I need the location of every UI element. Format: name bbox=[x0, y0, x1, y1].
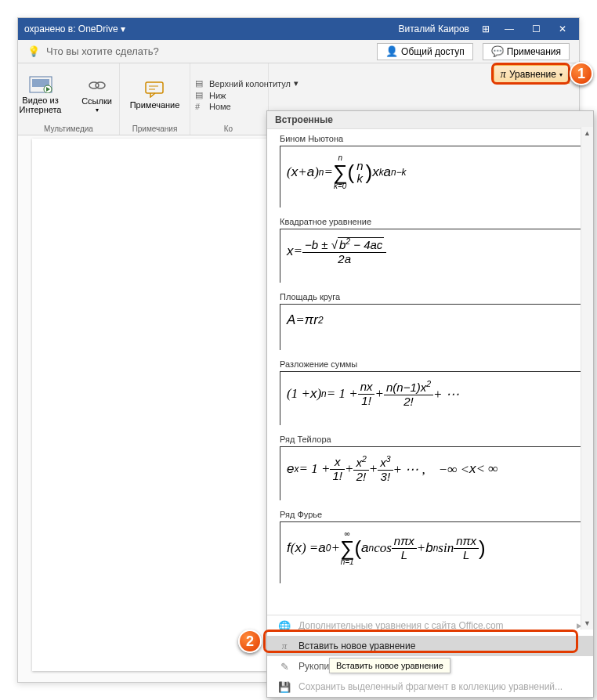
minimize-button[interactable]: — bbox=[496, 18, 523, 40]
equation-item-binomial[interactable]: Бином Ньютона (x + a)n = n∑k=0 (nk) xkan… bbox=[280, 134, 585, 207]
share-button[interactable]: 👤 Общий доступ bbox=[377, 43, 473, 60]
video-icon bbox=[28, 75, 53, 94]
scroll-down-icon[interactable]: ▼ bbox=[581, 617, 593, 630]
equation-item-quadratic[interactable]: Квадратное уравнение x = −b ± √b2 − 4ac2… bbox=[280, 217, 585, 283]
comment-button[interactable]: Примечание bbox=[132, 80, 178, 110]
links-button[interactable]: Ссылки ▾ bbox=[74, 76, 120, 114]
comment-icon: 💬 bbox=[491, 45, 504, 57]
ink-icon: ✎ bbox=[278, 661, 291, 673]
footer-icon: ▤ bbox=[195, 90, 206, 100]
equation-preview: ex = 1 + x1! + x22! + x33! + ⋯ , −∞ < x … bbox=[280, 446, 585, 500]
media-group-label: Мультимедиа bbox=[44, 123, 93, 133]
save-selection-option: 💾 Сохранить выделенный фрагмент в коллек… bbox=[267, 677, 593, 697]
equation-item-fourier[interactable]: Ряд Фурье f(x) = a0 + ∞∑n=1 (an cos nπxL… bbox=[280, 510, 585, 583]
more-equations-option[interactable]: 🌐 Дополнительные уравнения с сайта Offic… bbox=[267, 615, 593, 636]
equation-preview: f(x) = a0 + ∞∑n=1 (an cos nπxL + bn sin … bbox=[280, 521, 585, 583]
equation-preview: (x + a)n = n∑k=0 (nk) xkan−k bbox=[280, 146, 585, 207]
scroll-up-icon[interactable]: ▲ bbox=[581, 127, 593, 139]
equation-gallery[interactable]: Бином Ньютона (x + a)n = n∑k=0 (nk) xkan… bbox=[267, 129, 593, 615]
globe-icon: 🌐 bbox=[278, 620, 291, 632]
header-button[interactable]: ▤Верхний колонтитул ▾ bbox=[195, 78, 298, 88]
callout-badge-1: 1 bbox=[570, 62, 593, 85]
insert-new-equation-option[interactable]: π Вставить новое уравнение bbox=[267, 636, 593, 656]
dropdown-scrollbar[interactable]: ▲ ▼ bbox=[581, 127, 593, 630]
saved-to-label[interactable]: охранено в: OneDrive ▾ bbox=[21, 23, 125, 34]
svg-rect-5 bbox=[146, 82, 163, 93]
tellme-row: 💡 Что вы хотите сделать? 👤 Общий доступ … bbox=[18, 40, 579, 63]
close-button[interactable]: ✕ bbox=[549, 18, 576, 40]
titlebar: охранено в: OneDrive ▾ Виталий Каиров ⊞ … bbox=[18, 18, 579, 40]
ribbon-display-icon[interactable]: ⊞ bbox=[482, 23, 490, 34]
callout-badge-2: 2 bbox=[238, 630, 262, 653]
headers-group-label: Ко bbox=[224, 123, 233, 133]
maximize-button[interactable]: ☐ bbox=[523, 18, 549, 40]
comments-group-label: Примечания bbox=[132, 123, 178, 133]
share-icon: 👤 bbox=[385, 45, 398, 57]
save-icon: 💾 bbox=[278, 681, 291, 693]
new-comment-icon bbox=[143, 80, 168, 99]
equation-button[interactable]: π Уравнение ▾ bbox=[494, 65, 570, 84]
comments-button[interactable]: 💬 Примечания bbox=[483, 43, 570, 60]
pi-icon: π bbox=[278, 640, 291, 652]
tellme-placeholder: Что вы хотите сделать? bbox=[46, 45, 159, 57]
document-page[interactable] bbox=[32, 139, 267, 671]
online-video-button[interactable]: Видео из Интернета bbox=[18, 75, 63, 114]
equation-item-circle[interactable]: Площадь круга A = πr2 bbox=[280, 292, 585, 350]
svg-point-4 bbox=[96, 82, 105, 88]
pi-icon: π bbox=[501, 68, 506, 81]
footer-button[interactable]: ▤Ниж bbox=[195, 90, 298, 100]
equation-preview: x = −b ± √b2 − 4ac2a bbox=[280, 229, 585, 283]
equation-preview: A = πr2 bbox=[280, 304, 585, 350]
equation-item-expansion[interactable]: Разложение суммы (1 + x)n = 1 + nx1! + n… bbox=[280, 359, 585, 425]
tooltip: Вставить новое уравнение bbox=[329, 658, 450, 673]
equation-preview: (1 + x)n = 1 + nx1! + n(n−1)x22! + ⋯ bbox=[280, 371, 585, 425]
equation-item-taylor[interactable]: Ряд Тейлора ex = 1 + x1! + x22! + x33! +… bbox=[280, 435, 585, 500]
pagenum-icon: # bbox=[195, 102, 206, 111]
tellme-search[interactable]: 💡 Что вы хотите сделать? bbox=[27, 45, 367, 57]
bulb-icon: 💡 bbox=[27, 45, 40, 57]
header-icon: ▤ bbox=[195, 78, 206, 88]
equation-dropdown: Встроенные Бином Ньютона (x + a)n = n∑k=… bbox=[266, 110, 594, 698]
user-name[interactable]: Виталий Каиров bbox=[398, 23, 469, 34]
dropdown-header: Встроенные bbox=[267, 111, 593, 129]
dropdown-footer: 🌐 Дополнительные уравнения с сайта Offic… bbox=[267, 615, 593, 697]
link-icon bbox=[85, 76, 110, 95]
